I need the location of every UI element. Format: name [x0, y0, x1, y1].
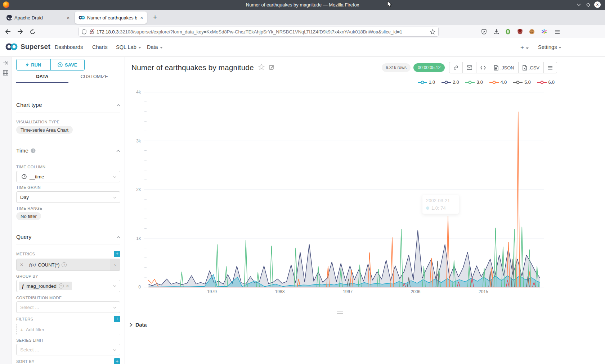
remove-pill-icon[interactable]: ✕	[66, 284, 69, 288]
query-timer-badge: 00:00:05.12	[413, 63, 445, 72]
column-f-icon: ƒ	[22, 283, 24, 289]
viz-type-pill[interactable]: Time-series Area Chart	[16, 126, 73, 134]
edit-title-icon[interactable]	[269, 64, 274, 71]
nav-settings[interactable]: Settings	[538, 44, 561, 50]
resize-handle[interactable]	[337, 311, 343, 315]
chevron-down-icon	[138, 47, 141, 49]
legend-item-4.0[interactable]: 4.0	[489, 80, 507, 85]
time-range-pill[interactable]: No filter	[16, 212, 41, 220]
email-button[interactable]	[463, 62, 476, 73]
chart-menu-button[interactable]	[544, 62, 557, 73]
y-axis-tick-label: 2k	[136, 187, 141, 192]
chevron-up-icon	[116, 236, 120, 238]
series-limit-select[interactable]: Select ...	[16, 344, 120, 355]
metric-control[interactable]: ✕ ƒ(x) COUNT(*) ? ›	[16, 259, 120, 271]
collapsed-dataset-rail	[0, 57, 12, 364]
browser-tab-superset[interactable]: Numer of earthquakes by ×	[75, 12, 147, 24]
legend-item-2.0[interactable]: 2.0	[442, 80, 459, 85]
y-axis-tick-label: 4k	[136, 90, 141, 95]
tab-close-icon[interactable]: ×	[66, 15, 71, 21]
back-icon[interactable]	[4, 27, 12, 36]
groupby-select[interactable]: ƒ mag_rounded ? ✕	[16, 280, 120, 292]
legend-marker-icon	[442, 81, 451, 84]
privacy-badger-icon[interactable]	[504, 28, 511, 35]
section-query[interactable]: Query	[16, 234, 120, 240]
tab-data[interactable]: DATA	[16, 74, 68, 83]
tab-customize[interactable]: CUSTOMIZE	[68, 74, 121, 83]
window-maximize-icon[interactable]	[585, 1, 591, 8]
favorite-star-icon[interactable]	[258, 64, 265, 72]
data-panel-header[interactable]: Data	[125, 318, 605, 328]
series-dot-icon	[426, 206, 429, 210]
cookie-icon[interactable]	[528, 28, 535, 35]
question-circle-icon[interactable]: ?	[62, 262, 67, 267]
browser-tab-druid[interactable]: Apache Druid ×	[3, 12, 73, 24]
chevron-up-icon	[116, 104, 120, 106]
download-icon[interactable]	[493, 28, 500, 35]
groupby-pill[interactable]: ƒ mag_rounded ? ✕	[19, 282, 72, 290]
add-metric-button[interactable]: +	[114, 251, 120, 257]
export-json-button[interactable]: .JSON	[490, 62, 518, 73]
tooltip-date: 2002-03-21	[426, 198, 455, 203]
expand-panel-icon[interactable]	[3, 60, 9, 67]
x-axis-tick-label: 1997	[343, 289, 353, 294]
section-chart-type[interactable]: Chart type	[16, 102, 120, 108]
embed-code-button[interactable]	[476, 62, 490, 73]
add-filter-button[interactable]: +	[114, 316, 120, 322]
browser-toolbar: 172.18.0.3:32108/superset/explore/?form_…	[0, 25, 605, 38]
tab-title: Numer of earthquakes by	[87, 15, 137, 21]
metric-name: COUNT(*)	[38, 262, 59, 268]
bookmark-star-icon[interactable]	[430, 29, 435, 35]
run-save-group: RUN SAVE	[16, 59, 85, 70]
extension-pinwheel-icon[interactable]	[541, 28, 548, 35]
add-filter-dropzone[interactable]: + Add filter	[16, 324, 120, 335]
legend-item-5.0[interactable]: 5.0	[513, 80, 530, 85]
insecure-lock-icon[interactable]	[89, 29, 94, 35]
forward-icon[interactable]	[16, 27, 24, 36]
timeseries-area-chart[interactable]: 01k2k3k4k19791988199720062015	[125, 88, 564, 300]
legend-item-6.0[interactable]: 6.0	[537, 80, 555, 85]
question-circle-icon[interactable]: ?	[59, 283, 64, 288]
x-axis-tick-label: 1988	[275, 289, 285, 294]
superset-navbar: Superset Dashboards Charts SQL Lab Data …	[0, 38, 605, 57]
new-tab-button[interactable]: +	[153, 13, 157, 21]
contribution-select[interactable]: Select ...	[16, 301, 120, 313]
window-close-icon[interactable]: ×	[594, 1, 601, 8]
tracking-shield-icon[interactable]	[82, 29, 86, 35]
legend-item-3.0[interactable]: 3.0	[465, 80, 483, 85]
save-button[interactable]: SAVE	[51, 59, 85, 70]
export-csv-button[interactable]: .CSV	[519, 62, 544, 73]
ublock-icon[interactable]	[516, 28, 524, 35]
legend-item-1.0[interactable]: 1.0	[418, 80, 435, 85]
remove-metric-icon[interactable]: ✕	[17, 259, 27, 270]
nav-charts[interactable]: Charts	[92, 44, 108, 50]
pocket-shield-icon[interactable]	[480, 28, 488, 35]
hamburger-menu-icon[interactable]	[554, 28, 561, 35]
filters-label: FILTERS	[16, 317, 33, 321]
dataset-grid-icon[interactable]	[3, 70, 8, 77]
reload-icon[interactable]	[28, 27, 37, 36]
x-axis-tick-label: 1979	[207, 289, 217, 294]
window-minimize-icon[interactable]	[575, 1, 582, 8]
nav-dashboards[interactable]: Dashboards	[55, 44, 83, 50]
chart-container: Numer of earthquakes by magnitude 6.31k …	[125, 57, 605, 364]
run-button[interactable]: RUN	[17, 59, 51, 70]
mouse-cursor	[387, 1, 392, 8]
nav-add-button[interactable]: +	[520, 44, 529, 51]
add-sort-button[interactable]: +	[114, 358, 120, 364]
legend-marker-icon	[418, 81, 427, 84]
tab-close-icon[interactable]: ×	[139, 15, 144, 21]
copy-link-button[interactable]	[449, 62, 463, 73]
time-grain-select[interactable]: Day	[16, 191, 120, 203]
window-titlebar: Numer of earthquakes by magnitude — Mozi…	[0, 0, 605, 10]
superset-logo[interactable]: Superset	[5, 42, 50, 51]
nav-sql-lab[interactable]: SQL Lab	[116, 44, 141, 50]
time-column-select[interactable]: __time	[16, 171, 120, 182]
nav-data[interactable]: Data	[147, 44, 163, 50]
time-column-label: TIME COLUMN	[16, 165, 120, 169]
section-time[interactable]: Time	[16, 147, 120, 154]
address-bar[interactable]: 172.18.0.3:32108/superset/explore/?form_…	[79, 27, 439, 37]
series-line-4.0	[148, 112, 531, 287]
expand-metric-icon[interactable]: ›	[110, 259, 120, 270]
url-text: 172.18.0.3:32108/superset/explore/?form_…	[97, 29, 430, 35]
